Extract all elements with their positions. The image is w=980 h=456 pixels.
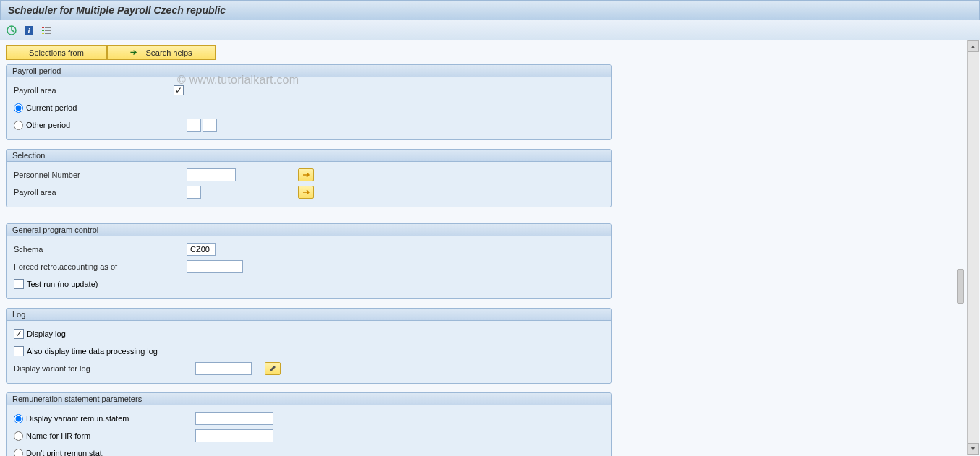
current-period-radio-row[interactable]: Current period [14, 103, 169, 113]
other-period-radio-row[interactable]: Other period [14, 121, 169, 130]
svg-rect-6 [45, 30, 51, 31]
payroll-period-group: Payroll period Payroll area Current peri… [6, 64, 612, 140]
test-run-checkbox[interactable] [14, 279, 24, 289]
button-row: Selections from ➔ Search helps [6, 45, 960, 60]
dont-print-row[interactable]: Don't print remun.stat. [14, 449, 191, 457]
svg-rect-3 [42, 27, 44, 28]
selection-payroll-area-input[interactable] [187, 186, 201, 199]
name-hr-form-row[interactable]: Name for HR form [14, 431, 191, 441]
page-title: Scheduler for Multiple Payroll Czech rep… [8, 4, 226, 16]
log-title: Log [7, 309, 611, 321]
scroll-track[interactable] [968, 52, 979, 443]
personnel-number-input[interactable] [187, 168, 236, 181]
search-helps-button[interactable]: ➔ Search helps [107, 45, 216, 60]
svg-rect-4 [45, 27, 51, 28]
name-hr-form-label: Name for HR form [26, 431, 90, 440]
vertical-scrollbar[interactable]: ▲ ▼ [967, 40, 979, 455]
app-toolbar: i [0, 20, 980, 40]
title-bar: Scheduler for Multiple Payroll Czech rep… [0, 0, 980, 20]
display-variant-log-input[interactable] [195, 362, 252, 375]
search-helps-label: Search helps [145, 48, 192, 57]
test-run-row[interactable]: Test run (no update) [14, 279, 98, 289]
display-variant-remun-input[interactable] [195, 412, 273, 425]
selections-from-button[interactable]: Selections from [6, 45, 107, 60]
edit-variant-icon[interactable] [265, 362, 281, 375]
general-program-control-group: General program control Schema Forced re… [6, 223, 612, 299]
also-display-row[interactable]: Also display time data processing log [14, 346, 158, 356]
watermark-text: © www.tutorialkart.com [177, 74, 299, 87]
svg-rect-7 [42, 33, 44, 34]
display-variant-log-label: Display variant for log [14, 364, 191, 373]
current-period-label: Current period [26, 103, 77, 112]
other-period-label: Other period [26, 121, 70, 129]
forced-retro-input[interactable] [187, 260, 243, 273]
display-log-label: Display log [27, 330, 66, 338]
dont-print-radio[interactable] [14, 449, 23, 457]
info-icon[interactable]: i [23, 25, 35, 36]
payroll-area-label: Payroll area [14, 86, 169, 95]
schema-input[interactable] [187, 243, 216, 256]
general-program-control-title: General program control [7, 224, 611, 236]
selection-group: Selection Personnel Number Payroll area [6, 149, 612, 207]
execute-icon[interactable] [6, 25, 17, 36]
selection-payroll-area-multiple-icon[interactable] [298, 186, 314, 199]
selections-from-label: Selections from [29, 48, 84, 57]
list-icon[interactable] [41, 25, 52, 36]
dont-print-label: Don't print remun.stat. [26, 449, 104, 456]
display-variant-remun-row[interactable]: Display variant remun.statem [14, 414, 191, 423]
other-period-input-2[interactable] [203, 119, 217, 132]
inner-scroll-stub[interactable] [957, 269, 964, 304]
selection-payroll-area-label: Payroll area [14, 188, 169, 197]
payroll-period-title: Payroll period [7, 65, 611, 77]
display-variant-remun-label: Display variant remun.statem [26, 414, 129, 423]
display-variant-remun-radio[interactable] [14, 414, 23, 423]
svg-rect-5 [42, 30, 44, 31]
remuneration-title: Remuneration statement parameters [7, 393, 611, 405]
other-period-radio[interactable] [14, 121, 23, 130]
content-area: © www.tutorialkart.com Selections from ➔… [0, 40, 980, 456]
also-display-checkbox[interactable] [14, 346, 24, 356]
scroll-up-arrow[interactable]: ▲ [968, 40, 979, 52]
arrow-right-icon: ➔ [130, 48, 137, 57]
remuneration-group: Remuneration statement parameters Displa… [6, 392, 612, 456]
other-period-input-1[interactable] [187, 119, 201, 132]
payroll-area-state-icon[interactable] [174, 85, 184, 95]
name-hr-form-input[interactable] [195, 429, 273, 442]
display-log-row[interactable]: Display log [14, 329, 66, 339]
selection-title: Selection [7, 150, 611, 162]
svg-rect-8 [45, 33, 51, 34]
personnel-number-multiple-icon[interactable] [298, 168, 314, 181]
forced-retro-label: Forced retro.accounting as of [14, 262, 169, 271]
test-run-label: Test run (no update) [27, 280, 98, 288]
schema-label: Schema [14, 245, 169, 254]
name-hr-form-radio[interactable] [14, 431, 23, 441]
log-group: Log Display log Also display time data p… [6, 308, 612, 384]
scroll-down-arrow[interactable]: ▼ [968, 443, 979, 455]
current-period-radio[interactable] [14, 103, 23, 113]
also-display-label: Also display time data processing log [27, 347, 158, 356]
personnel-number-label: Personnel Number [14, 171, 169, 179]
display-log-checkbox[interactable] [14, 329, 24, 339]
